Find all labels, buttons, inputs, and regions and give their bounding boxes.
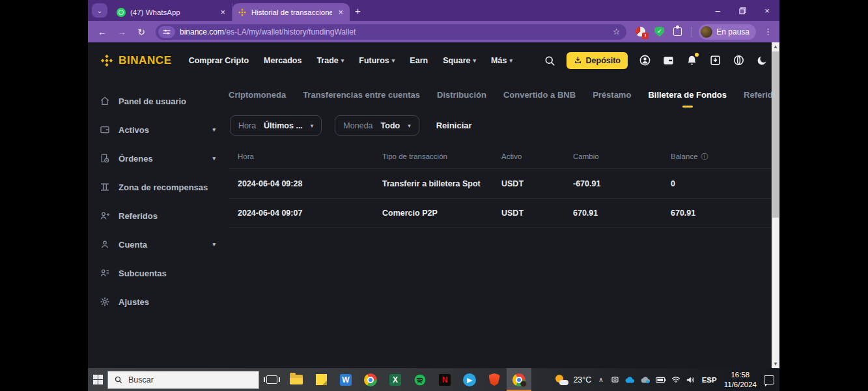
action-center-icon[interactable] bbox=[764, 375, 774, 384]
sidebar-item-cuenta[interactable]: Cuenta ▾ bbox=[88, 230, 227, 259]
back-button[interactable]: ← bbox=[94, 27, 111, 37]
profile-icon[interactable] bbox=[639, 54, 651, 66]
tab-search-chevron-icon[interactable]: ⌄ bbox=[92, 3, 107, 18]
sidebar-item-ordenes[interactable]: Órdenes ▾ bbox=[88, 144, 227, 173]
extension-blocker-icon[interactable]: ! bbox=[636, 27, 645, 36]
excel-button[interactable] bbox=[383, 368, 408, 391]
address-bar[interactable]: binance.com/es-LA/my/wallet/history/fund… bbox=[156, 24, 626, 40]
nav-futuros[interactable]: Futuros▾ bbox=[359, 56, 395, 65]
scrollbar-thumb[interactable] bbox=[772, 51, 779, 218]
tab-convertido-a-bnb[interactable]: Convertido a BNB bbox=[503, 90, 576, 108]
task-view-icon bbox=[266, 375, 277, 384]
notifications-bell-icon[interactable] bbox=[686, 54, 698, 66]
sidebar-item-label: Órdenes bbox=[119, 154, 153, 164]
binance-nav: Comprar Cripto Mercados Trade▾ Futuros▾ … bbox=[189, 56, 512, 65]
toolbar-divider bbox=[692, 27, 692, 37]
tab-close-icon[interactable]: × bbox=[219, 7, 227, 17]
hidden-icons-chevron-icon[interactable]: ∧ bbox=[598, 376, 603, 383]
wallet-icon[interactable] bbox=[662, 54, 675, 66]
brave-button[interactable] bbox=[482, 368, 507, 391]
new-tab-button[interactable]: + bbox=[355, 5, 361, 16]
deposit-button[interactable]: Depósito bbox=[567, 52, 628, 69]
binance-favicon-icon bbox=[238, 8, 247, 17]
battery-icon[interactable] bbox=[656, 377, 666, 383]
tab-transferencias-entre-cuentas[interactable]: Transferencias entre cuentas bbox=[303, 90, 420, 108]
reload-button[interactable]: ↻ bbox=[133, 27, 150, 37]
task-view-button[interactable] bbox=[259, 368, 284, 391]
binance-logo[interactable]: BINANCE bbox=[100, 53, 172, 68]
nav-trade[interactable]: Trade▾ bbox=[316, 56, 344, 65]
tab-prestamo[interactable]: Préstamo bbox=[593, 90, 631, 108]
taskbar-pinned-apps bbox=[259, 368, 531, 391]
coin-filter-dropdown[interactable]: Moneda Todo ▾ bbox=[335, 115, 419, 136]
search-icon[interactable] bbox=[544, 55, 555, 66]
search-input[interactable] bbox=[128, 375, 239, 384]
download-app-icon[interactable] bbox=[709, 54, 721, 66]
scroll-down-icon[interactable]: ▼ bbox=[772, 360, 779, 368]
wifi-icon[interactable] bbox=[671, 376, 680, 383]
chrome-button[interactable] bbox=[358, 368, 383, 391]
tab-distribucion[interactable]: Distribución bbox=[437, 90, 486, 108]
nav-mercados[interactable]: Mercados bbox=[264, 56, 301, 65]
taskbar-search[interactable] bbox=[107, 371, 259, 389]
nav-mas[interactable]: Más▾ bbox=[491, 56, 512, 65]
sidebar-item-ajustes[interactable]: Ajustes bbox=[88, 287, 227, 316]
extensions-puzzle-icon[interactable] bbox=[673, 27, 682, 36]
nav-square[interactable]: Square▾ bbox=[443, 56, 476, 65]
telegram-button[interactable] bbox=[457, 368, 482, 391]
sidebar-item-activos[interactable]: Activos ▾ bbox=[88, 115, 227, 144]
extension-shield-icon[interactable]: ✓ bbox=[654, 27, 664, 37]
bookmark-star-icon[interactable]: ☆ bbox=[613, 27, 621, 36]
weather-widget[interactable]: 23°C bbox=[555, 375, 591, 385]
chevron-down-icon: ▾ bbox=[311, 123, 314, 129]
wallet-icon bbox=[100, 124, 110, 135]
sticky-notes-button[interactable] bbox=[309, 368, 333, 391]
sidebar-item-referidos[interactable]: Referidos bbox=[88, 201, 227, 230]
rewards-icon bbox=[100, 182, 110, 192]
sidebar-item-zona-de-recompensas[interactable]: Zona de recompensas bbox=[88, 173, 227, 201]
tab-whatsapp[interactable]: (47) WhatsApp × bbox=[111, 3, 232, 21]
taskbar-clock[interactable]: 16:58 11/6/2024 bbox=[724, 370, 757, 390]
window-controls: – × bbox=[705, 0, 779, 21]
page-scrollbar[interactable]: ▲ ▼ bbox=[772, 42, 779, 368]
close-window-button[interactable]: × bbox=[755, 0, 779, 21]
chevron-down-icon: ▾ bbox=[473, 57, 477, 64]
sticky-notes-icon bbox=[316, 374, 327, 385]
security-tray-icon[interactable] bbox=[611, 375, 619, 384]
forward-button[interactable]: → bbox=[113, 27, 130, 37]
sidebar-item-subcuentas[interactable]: Subcuentas bbox=[88, 259, 227, 287]
filter-label: Hora bbox=[238, 121, 256, 130]
word-button[interactable] bbox=[333, 368, 358, 391]
nav-earn[interactable]: Earn bbox=[410, 56, 428, 65]
dark-mode-moon-icon[interactable] bbox=[756, 55, 768, 66]
reset-filters-button[interactable]: Reiniciar bbox=[436, 121, 472, 130]
chevron-down-icon: ▾ bbox=[212, 241, 216, 248]
tab-binance-active[interactable]: Historial de transacciones - Bill × bbox=[232, 3, 350, 21]
chrome-active-window-button[interactable] bbox=[507, 368, 531, 391]
tab-close-icon[interactable]: × bbox=[337, 7, 344, 17]
file-explorer-button[interactable] bbox=[284, 368, 309, 391]
time-filter-dropdown[interactable]: Hora Últimos ... ▾ bbox=[230, 115, 322, 136]
nav-comprar-cripto[interactable]: Comprar Cripto bbox=[189, 56, 249, 65]
table-row: 2024-06-04 09:28 Transferir a billetera … bbox=[229, 168, 779, 198]
site-settings-icon[interactable] bbox=[158, 26, 175, 38]
chevron-down-icon: ▾ bbox=[341, 57, 344, 64]
info-icon[interactable]: ⓘ bbox=[701, 152, 708, 162]
speaker-icon[interactable] bbox=[686, 376, 695, 384]
minimize-button[interactable]: – bbox=[705, 0, 730, 21]
spotify-button[interactable] bbox=[408, 368, 432, 391]
browser-profile-button[interactable]: En pausa bbox=[699, 24, 756, 40]
scroll-up-icon[interactable]: ▲ bbox=[772, 42, 779, 51]
netflix-button[interactable] bbox=[432, 368, 457, 391]
tab-criptomoneda[interactable]: Criptomoneda bbox=[229, 90, 286, 108]
cloud-sync-icon[interactable] bbox=[640, 376, 651, 384]
language-indicator[interactable]: ESP bbox=[702, 376, 717, 384]
tab-billetera-de-fondos[interactable]: Billetera de Fondos bbox=[648, 90, 727, 108]
gear-icon bbox=[100, 297, 110, 307]
onedrive-icon[interactable] bbox=[624, 376, 635, 384]
restore-button[interactable] bbox=[730, 0, 755, 21]
start-button[interactable] bbox=[88, 368, 107, 391]
language-globe-icon[interactable] bbox=[733, 54, 745, 66]
browser-menu-icon[interactable]: ⋮ bbox=[764, 27, 772, 36]
sidebar-item-panel-de-usuario[interactable]: Panel de usuario bbox=[88, 87, 227, 115]
